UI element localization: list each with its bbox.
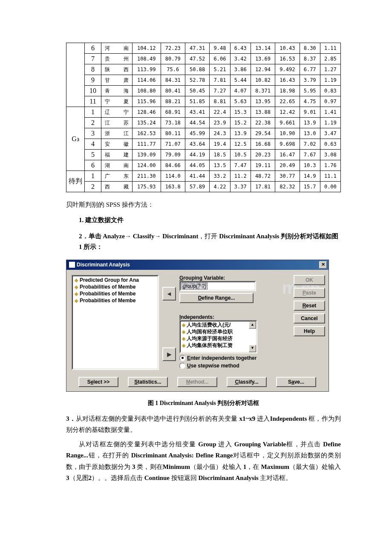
statistics-button[interactable]: Statistics... (128, 377, 168, 387)
diamond-icon: ◈ (181, 335, 186, 342)
value-cell: 71.07 (161, 139, 185, 150)
step-2: 2．单击 Analyze→ Classify→ Discriminant，打开 … (79, 231, 341, 253)
group-label: G₃ (66, 107, 85, 171)
value-cell: 6.06 (210, 54, 230, 64)
move-to-independents-button[interactable]: ▶ (162, 347, 176, 361)
value-cell: 8.371 (251, 86, 275, 96)
scroll-up-icon[interactable]: ▲ (249, 321, 256, 329)
value-cell: 15.7 (300, 182, 320, 192)
value-cell: 30.77 (275, 171, 300, 182)
province-cell: 宁 夏 (101, 96, 133, 107)
step2-prefix: 2．单击 (79, 233, 103, 240)
source-list-item[interactable]: ◈Predicted Group for Ana (74, 277, 157, 283)
arrow-2: → (155, 233, 163, 240)
value-cell: 47.31 (185, 43, 209, 54)
row-index: 9 (85, 75, 101, 86)
row-index: 11 (85, 96, 101, 107)
source-list-item[interactable]: ◈Probabilities of Membe (74, 297, 157, 304)
value-cell: 84.66 (161, 160, 185, 171)
value-cell: 50.45 (185, 86, 209, 96)
define-range-button[interactable]: Define Range... (179, 293, 254, 303)
value-cell: 13.0 (300, 128, 320, 139)
value-cell: 10.3 (300, 160, 320, 171)
value-cell: 14.9 (300, 171, 320, 182)
section-title: 贝叶斯判别的 SPSS 操作方法： (66, 201, 341, 209)
select-button[interactable]: Select >> (78, 377, 118, 387)
value-cell: 2.85 (320, 54, 340, 64)
close-button[interactable]: ✕ (319, 261, 327, 269)
value-cell: 4.22 (210, 182, 230, 192)
reset-button[interactable]: Reset (294, 301, 325, 311)
step-1: 1. 建立数据文件 (79, 215, 341, 226)
classify-button[interactable]: Classify... (227, 377, 267, 387)
source-variable-list[interactable]: ◈Predicted Group for Ana◈Probabilities o… (72, 275, 159, 370)
province-cell: 西 藏 (101, 182, 133, 192)
diamond-icon: ◈ (74, 277, 79, 283)
value-cell: 4.07 (230, 86, 251, 96)
province-cell: 广 东 (101, 171, 133, 182)
value-cell: 10.43 (275, 43, 300, 54)
value-cell: 16.43 (275, 75, 300, 86)
stepwise-radio[interactable]: Use stepwise method (179, 363, 323, 369)
save-button[interactable]: Save... (276, 377, 316, 387)
paste-button[interactable]: Paste (294, 288, 325, 298)
row-index: 2 (85, 118, 101, 128)
source-list-item[interactable]: ◈Probabilities of Membe (74, 290, 157, 297)
value-cell: 0.83 (320, 86, 340, 96)
step1-prefix: 1. (79, 217, 85, 223)
diamond-icon: ◈ (181, 342, 186, 349)
independent-list-item[interactable]: ◈人均生活费收入(元/ (181, 321, 256, 328)
independents-list[interactable]: ▲ ▼ ◈人均生活费收入(元/◈人均国有经济单位职◈人均来源于国有经济◈人均集体… (179, 320, 257, 353)
value-cell: 9.492 (275, 64, 300, 75)
value-cell: 22.38 (251, 118, 275, 128)
value-cell: 84.31 (161, 75, 185, 86)
province-cell: 浙 江 (101, 128, 133, 139)
source-list-item[interactable]: ◈Probabilities of Membe (74, 283, 157, 290)
value-cell: 162.53 (133, 128, 161, 139)
step2-analyze: Analyze (103, 233, 125, 240)
value-cell: 12.42 (275, 107, 300, 118)
value-cell: 211.30 (133, 171, 161, 182)
move-to-grouping-button[interactable]: ◄ (162, 287, 176, 301)
enter-together-radio[interactable]: Enter independents together (179, 355, 323, 361)
value-cell: 13.95 (251, 96, 275, 107)
method-button[interactable]: Method... (177, 377, 217, 387)
value-cell: 6.77 (300, 64, 320, 75)
value-cell: 82.32 (275, 182, 300, 192)
help-button[interactable]: Help (294, 326, 325, 336)
value-cell: 45.99 (185, 128, 209, 139)
province-cell: 陕 西 (101, 64, 133, 75)
value-cell: 23.9 (210, 118, 230, 128)
value-cell: 13.9 (230, 128, 251, 139)
value-cell: 5.63 (230, 96, 251, 107)
diamond-icon: ◈ (74, 297, 79, 304)
step2-discriminant: Discriminant (162, 233, 198, 240)
value-cell: 10.5 (230, 150, 251, 160)
value-cell: 80.11 (161, 128, 185, 139)
scroll-down-icon[interactable]: ▼ (249, 345, 256, 352)
value-cell: 44.54 (185, 118, 209, 128)
ok-button[interactable]: OK (294, 275, 325, 285)
dialog-title: Discriminant Analysis (77, 262, 130, 268)
diamond-icon: ◈ (74, 283, 79, 290)
independent-list-item[interactable]: ◈人均集体所有制工资 (181, 342, 256, 349)
row-index: 10 (85, 86, 101, 96)
value-cell: 29.54 (251, 128, 275, 139)
value-cell: 44.05 (185, 160, 209, 171)
value-cell: 20.23 (251, 150, 275, 160)
value-cell: 13.5 (210, 160, 230, 171)
independent-list-item[interactable]: ◈人均来源于国有经济 (181, 335, 256, 342)
step2-da: Discriminant Analysis (219, 233, 281, 240)
row-index: 7 (85, 54, 101, 64)
cancel-button[interactable]: Cancel (294, 313, 325, 324)
row-index: 8 (85, 64, 101, 75)
province-cell: 湖 南 (101, 160, 133, 171)
grouping-variable-input[interactable]: group(? ?) (179, 281, 256, 291)
value-cell: 108.49 (133, 54, 161, 64)
value-cell: 8.37 (300, 54, 320, 64)
row-index: 6 (85, 160, 101, 171)
value-cell: 88.21 (161, 96, 185, 107)
independent-list-item[interactable]: ◈人均国有经济单位职 (181, 328, 256, 335)
value-cell: 175.93 (133, 182, 161, 192)
value-cell: 1.41 (320, 107, 340, 118)
